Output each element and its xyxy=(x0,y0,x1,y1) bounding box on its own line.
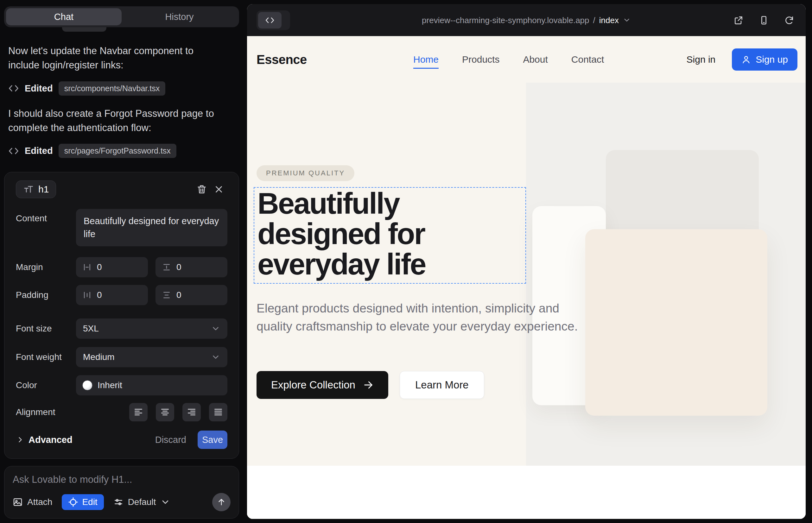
align-center-button[interactable] xyxy=(156,403,174,421)
align-left-button[interactable] xyxy=(129,403,147,421)
padding-horizontal-icon xyxy=(82,290,92,300)
chevron-down-icon xyxy=(160,497,170,507)
font-size-label: Font size xyxy=(16,324,76,334)
font-size-select[interactable]: 5XL xyxy=(76,319,227,339)
align-right-button[interactable] xyxy=(182,403,201,421)
view-toggle-tail xyxy=(282,12,288,29)
chat-messages: Now let's update the Navbar component to… xyxy=(8,44,240,169)
nav-link-contact[interactable]: Contact xyxy=(571,54,604,65)
preview-toolbar-actions xyxy=(731,13,796,27)
font-weight-value: Medium xyxy=(83,352,114,362)
close-editor-button[interactable] xyxy=(210,181,227,198)
edited-file-row: Edited src/pages/ForgotPassword.tsx xyxy=(8,144,240,158)
align-left-icon xyxy=(133,407,143,417)
align-justify-icon xyxy=(213,407,223,417)
font-weight-label: Font weight xyxy=(16,352,76,362)
advanced-toggle[interactable]: Advanced xyxy=(16,435,72,445)
arrow-right-icon xyxy=(363,380,374,390)
code-icon xyxy=(265,16,275,25)
margin-y-input[interactable]: 0 xyxy=(156,257,227,277)
open-in-new-tab-button[interactable] xyxy=(731,13,745,27)
chevron-down-icon xyxy=(623,16,631,24)
color-select[interactable]: Inherit xyxy=(76,375,227,395)
color-swatch xyxy=(82,380,92,390)
mobile-view-button[interactable] xyxy=(757,13,771,27)
edit-label: Edit xyxy=(82,497,97,507)
site-preview: Essence Home Products About Contact Sign… xyxy=(247,36,806,519)
explore-collection-button[interactable]: Explore Collection xyxy=(257,371,388,399)
external-link-icon xyxy=(734,15,744,25)
code-icon xyxy=(8,83,19,94)
margin-x-input[interactable]: 0 xyxy=(76,257,148,277)
color-label: Color xyxy=(16,380,76,390)
chat-panel: Chat History Now let's update the Navbar… xyxy=(0,0,247,523)
padding-y-value: 0 xyxy=(176,290,181,300)
send-button[interactable] xyxy=(212,493,231,511)
padding-label: Padding xyxy=(16,290,76,300)
close-icon xyxy=(213,184,224,195)
nav-link-about[interactable]: About xyxy=(523,54,548,65)
refresh-button[interactable] xyxy=(782,13,796,27)
sign-in-button[interactable]: Sign in xyxy=(687,54,716,65)
edited-label: Edited xyxy=(25,83,53,94)
site-navbar: Essence Home Products About Contact Sign… xyxy=(247,36,806,83)
file-chip-forgot-password[interactable]: src/pages/ForgotPassword.tsx xyxy=(58,144,176,158)
chat-message: I should also create a Forgot Password p… xyxy=(8,106,227,135)
content-row: Content Beautifully designed for everyda… xyxy=(16,209,227,246)
attach-button[interactable]: Attach xyxy=(13,497,52,507)
typography-icon xyxy=(23,184,34,195)
sign-up-label: Sign up xyxy=(756,54,788,65)
composer-input[interactable] xyxy=(13,474,231,485)
align-right-icon xyxy=(187,407,197,417)
learn-more-button[interactable]: Learn More xyxy=(400,371,484,399)
padding-vertical-icon xyxy=(162,290,171,300)
composer-actions: Attach Edit Default xyxy=(13,493,231,511)
image-icon xyxy=(13,497,23,507)
align-center-icon xyxy=(160,407,170,417)
delete-element-button[interactable] xyxy=(193,181,210,198)
url-path: index xyxy=(599,15,619,25)
content-input[interactable]: Beautifully designed for everyday life xyxy=(76,209,227,246)
alignment-label: Alignment xyxy=(16,407,76,417)
font-weight-select[interactable]: Medium xyxy=(76,347,227,367)
nav-link-home[interactable]: Home xyxy=(413,54,439,69)
attach-label: Attach xyxy=(27,497,52,507)
section-below-hero xyxy=(247,466,806,519)
code-view-button[interactable] xyxy=(258,12,282,29)
selected-h1-element[interactable]: Beautifully designed for everyday life xyxy=(254,187,526,284)
sliders-icon xyxy=(113,497,124,507)
font-weight-row: Font weight Medium xyxy=(16,347,227,367)
align-justify-button[interactable] xyxy=(209,403,227,421)
margin-x-value: 0 xyxy=(97,262,102,272)
alignment-row: Alignment xyxy=(16,403,227,421)
preview-panel: preview--charming-site-symphony.lovable.… xyxy=(247,4,806,519)
url-separator: / xyxy=(593,15,595,25)
site-subtext: Elegant products designed with intention… xyxy=(257,299,578,336)
url-bar[interactable]: preview--charming-site-symphony.lovable.… xyxy=(422,15,631,25)
site-brand[interactable]: Essence xyxy=(257,53,307,67)
edit-mode-button[interactable]: Edit xyxy=(62,494,104,510)
trash-icon xyxy=(196,184,207,195)
element-editor: h1 Content Beautifully designed fo xyxy=(4,172,239,459)
tab-chat[interactable]: Chat xyxy=(6,8,122,25)
save-button[interactable]: Save xyxy=(198,431,227,449)
padding-x-input[interactable]: 0 xyxy=(76,285,148,305)
editor-header: h1 xyxy=(16,180,227,198)
premium-quality-badge: PREMIUM QUALITY xyxy=(257,165,354,181)
hero-cta-row: Explore Collection Learn More xyxy=(257,371,484,399)
url-domain: preview--charming-site-symphony.lovable.… xyxy=(422,15,589,25)
chevron-down-icon xyxy=(211,353,220,362)
model-default-button[interactable]: Default xyxy=(113,497,171,507)
edited-label: Edited xyxy=(25,146,53,156)
content-label: Content xyxy=(16,209,76,223)
decorative-card-beige xyxy=(585,229,767,416)
discard-button[interactable]: Discard xyxy=(155,435,186,445)
color-row: Color Inherit xyxy=(16,375,227,395)
tab-history[interactable]: History xyxy=(122,8,237,25)
file-chip-navbar[interactable]: src/components/Navbar.tsx xyxy=(58,82,166,96)
sign-up-button[interactable]: Sign up xyxy=(732,49,797,71)
nav-link-products[interactable]: Products xyxy=(462,54,499,65)
composer: Attach Edit Default xyxy=(4,466,239,519)
padding-y-input[interactable]: 0 xyxy=(156,285,227,305)
app-root: Chat History Now let's update the Navbar… xyxy=(0,0,812,523)
